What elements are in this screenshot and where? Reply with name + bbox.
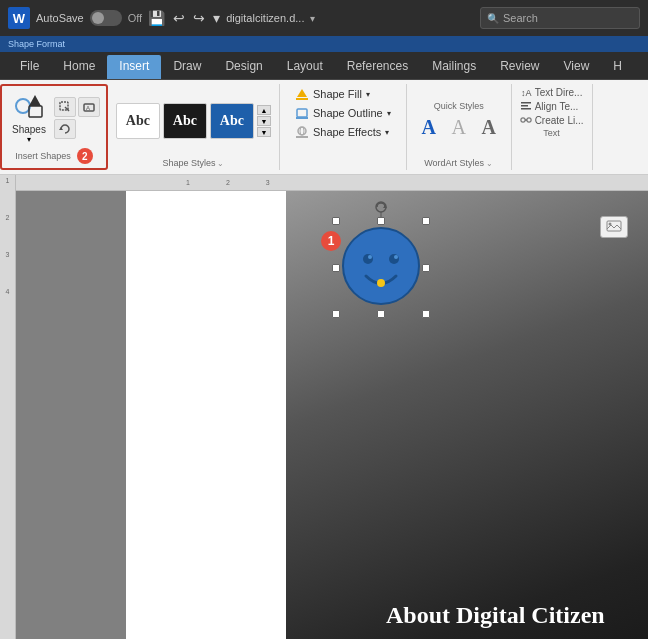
wordart-a1[interactable]: A (415, 113, 443, 141)
shapes-button[interactable]: Shapes ▾ (8, 90, 50, 146)
filename-dropdown[interactable]: ▾ (310, 13, 315, 24)
shape-style-white[interactable]: Abc (116, 103, 160, 139)
wordart-a3[interactable]: A (475, 113, 503, 141)
svg-marker-2 (29, 95, 41, 106)
smiley-svg (336, 221, 426, 311)
styles-scroll-up[interactable]: ▲ (257, 105, 271, 115)
title-bar-left: W AutoSave Off 💾 ↩ ↪ ▾ digitalcitizen.d.… (8, 7, 474, 29)
tab-more[interactable]: H (601, 55, 634, 79)
autosave-label: AutoSave (36, 12, 84, 24)
tab-design[interactable]: Design (213, 55, 274, 79)
tab-layout[interactable]: Layout (275, 55, 335, 79)
arrange-btn-1[interactable] (54, 97, 76, 117)
handle-tr[interactable] (422, 217, 430, 225)
title-bar-icons: 💾 ↩ ↪ ▾ (148, 10, 220, 26)
svg-rect-12 (296, 136, 308, 138)
handle-tm[interactable] (377, 217, 385, 225)
wordart-a2[interactable]: A (445, 113, 473, 141)
shape-style-blue[interactable]: Abc (210, 103, 254, 139)
format-tooltip[interactable] (600, 216, 628, 238)
outline-dropdown[interactable]: ▾ (387, 109, 391, 118)
shape-styles-expand[interactable]: ⌄ (217, 159, 224, 168)
svg-rect-29 (607, 221, 621, 231)
insert-shapes-label: Insert Shapes 2 (15, 148, 93, 164)
shape-options: Shape Fill ▾ Shape Outline ▾ Shape Effec… (288, 86, 398, 140)
tab-view[interactable]: View (552, 55, 602, 79)
undo-icon[interactable]: ↩ (173, 10, 185, 26)
tab-insert[interactable]: Insert (107, 55, 161, 79)
tab-home[interactable]: Home (51, 55, 107, 79)
handle-bm[interactable] (377, 310, 385, 318)
shape-fill-btn[interactable]: Shape Fill ▾ (292, 86, 394, 102)
styles-scroll-down[interactable]: ▼ (257, 116, 271, 126)
styles-scroll-more[interactable]: ▼ (257, 127, 271, 137)
shapes-icon-svg (13, 92, 45, 124)
tab-draw[interactable]: Draw (161, 55, 213, 79)
search-label: Search (503, 12, 538, 24)
wordart-group: Quick Styles A A A WordArt Styles ⌄ (407, 84, 512, 170)
smiley-shape-container[interactable]: 1 (336, 221, 426, 314)
handle-ml[interactable] (332, 264, 340, 272)
handle-br[interactable] (422, 310, 430, 318)
shapes-group-content: Shapes ▾ A (8, 90, 100, 146)
shapes-dropdown-arrow: ▾ (27, 135, 31, 144)
svg-rect-7 (296, 98, 308, 100)
rotate-icon (58, 122, 72, 136)
align-text-icon (520, 100, 532, 112)
wordart-content: Quick Styles A A A (415, 86, 503, 156)
search-box[interactable]: 🔍 Search (480, 7, 640, 29)
arrange-row-1: A (54, 97, 100, 117)
save-icon[interactable]: 💾 (148, 10, 165, 26)
handle-mr[interactable] (422, 264, 430, 272)
left-margin (16, 191, 256, 639)
search-icon: 🔍 (487, 13, 499, 24)
ribbon: Shapes ▾ A (0, 80, 648, 175)
create-link-btn[interactable]: Create Li... (520, 114, 584, 126)
shape-styles-content: Abc Abc Abc ▲ ▼ ▼ (116, 86, 271, 156)
white-paper-left (126, 191, 256, 639)
document-main: 1 2 3 (16, 175, 648, 639)
svg-point-25 (389, 254, 399, 264)
about-text: About Digital Citizen (386, 602, 605, 629)
svg-rect-16 (521, 108, 531, 110)
autosave-toggle[interactable] (90, 10, 122, 26)
svg-marker-6 (59, 127, 63, 130)
tab-file[interactable]: File (8, 55, 51, 79)
arrange-btn-2[interactable]: A (78, 97, 100, 117)
svg-rect-15 (521, 105, 528, 107)
insert-shapes-group: Shapes ▾ A (0, 84, 108, 170)
redo-icon[interactable]: ↪ (193, 10, 205, 26)
align-text-btn[interactable]: Align Te... (520, 100, 584, 112)
fill-dropdown[interactable]: ▾ (366, 90, 370, 99)
handle-tl[interactable] (332, 217, 340, 225)
effects-dropdown[interactable]: ▾ (385, 128, 389, 137)
toggle-state: Off (128, 12, 142, 24)
svg-rect-17 (521, 118, 525, 122)
svg-text:A: A (86, 105, 90, 111)
wordart-expand[interactable]: ⌄ (486, 159, 493, 168)
shape-style-black[interactable]: Abc (163, 103, 207, 139)
quick-styles-label: Quick Styles (434, 101, 484, 111)
shape-outline-btn[interactable]: Shape Outline ▾ (292, 105, 394, 121)
outline-icon (295, 106, 309, 120)
tab-references[interactable]: References (335, 55, 420, 79)
svg-point-10 (298, 127, 306, 135)
svg-rect-1 (29, 106, 42, 117)
vertical-ruler: 1 2 3 4 (0, 175, 16, 639)
horizontal-ruler: 1 2 3 (16, 175, 648, 191)
tab-mailings[interactable]: Mailings (420, 55, 488, 79)
wordart-label: WordArt Styles ⌄ (424, 158, 493, 168)
text-direction-btn[interactable]: ↕A Text Dire... (520, 86, 584, 98)
tab-review[interactable]: Review (488, 55, 551, 79)
arrange-btn-3[interactable] (54, 119, 76, 139)
filename: digitalcitizen.d... (226, 12, 304, 24)
shape-effects-btn[interactable]: Shape Effects ▾ (292, 124, 394, 140)
svg-rect-14 (521, 102, 531, 104)
svg-point-11 (300, 127, 304, 135)
shapes-label: Shapes (12, 124, 46, 135)
dropdown-icon[interactable]: ▾ (213, 10, 220, 26)
text-icon: A (82, 100, 96, 114)
text-group: ↕A Text Dire... Align Te... Create Li (512, 84, 593, 170)
handle-bl[interactable] (332, 310, 340, 318)
text-right-content: ↕A Text Dire... Align Te... Create Li (520, 86, 584, 126)
